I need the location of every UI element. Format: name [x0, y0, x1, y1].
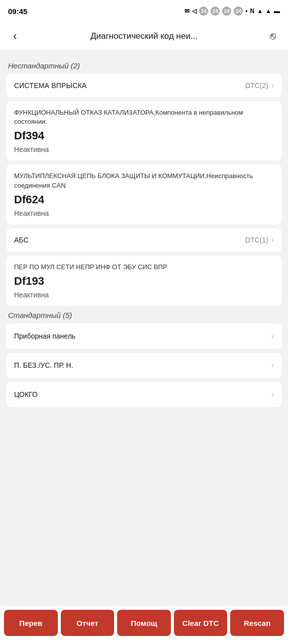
btn-clear-dtc[interactable]: Clear DTC [174, 610, 228, 636]
list-item-pribornaya-chevron: › [271, 332, 274, 341]
wifi-icon: ▲ [265, 8, 271, 15]
list-item-pribornaya[interactable]: Приборная панель › [6, 324, 282, 349]
dtc-df394-code: Df394 [14, 129, 274, 142]
back-arrow-icon: ‹ [13, 30, 17, 43]
circle-icon-2: 24 [211, 7, 220, 16]
dtc-df394-status: Неактивна [14, 145, 274, 153]
main-content: Нестандартный (2) СИСТЕМА ВПРЫСКА DTC(2)… [0, 50, 288, 456]
list-item-cokgo[interactable]: ЦОКГО › [6, 382, 282, 407]
sistema-vpryska-dtc: DTC(2) [245, 82, 268, 90]
abs-chevron-icon: › [271, 235, 274, 245]
abs-right: DTC(1) › [245, 235, 274, 245]
status-bar: 09:45 ✉ ◁ 24 24 24 24 • N ▲ ▲ ▬ [0, 0, 288, 22]
top-nav: ‹ Диагностический код неи... ⎋ [0, 22, 288, 50]
list-item-pbez-title: П. БЕЗ./УС. ПР. Н. [14, 361, 73, 369]
dtc-df394-card: ФУНКЦИОНАЛЬНЫЙ ОТКАЗ КАТАЛИЗАТОРА,Компон… [6, 101, 282, 160]
export-button[interactable]: ⎋ [266, 29, 280, 43]
circle-icon-3: 24 [222, 7, 231, 16]
sistema-vpryska-title: СИСТЕМА ВПРЫСКА [14, 82, 86, 90]
dtc-df193-card: ПЕР ПО МУЛ СЕТИ НЕПР ИНФ ОТ ЭБУ СИС ВПР … [6, 256, 282, 306]
dtc-df394-description: ФУНКЦИОНАЛЬНЫЙ ОТКАЗ КАТАЛИЗАТОРА,Компон… [14, 108, 274, 126]
abs-row[interactable]: АБС DTC(1) › [6, 228, 282, 252]
list-item-pbez-chevron: › [271, 361, 274, 370]
dtc-df624-code: Df624 [14, 193, 274, 206]
status-icons: ✉ ◁ 24 24 24 24 • N ▲ ▲ ▬ [184, 7, 280, 16]
message-icon: ✉ [184, 8, 189, 15]
list-item-pbez[interactable]: П. БЕЗ./УС. ПР. Н. › [6, 353, 282, 378]
status-time: 09:45 [8, 7, 27, 16]
chevron-icon: › [271, 81, 274, 90]
back-button[interactable]: ‹ [8, 29, 22, 43]
btn-rescan[interactable]: Rescan [230, 610, 284, 636]
sistema-vpryska-right: DTC(2) › [245, 81, 274, 90]
circle-icon-1: 24 [199, 7, 208, 16]
dot-icon: • [245, 8, 247, 15]
section-nonstandard-label: Нестандартный (2) [8, 61, 280, 70]
send-icon: ◁ [192, 8, 197, 15]
list-item-cokgo-chevron: › [271, 390, 274, 399]
dtc-df193-code: Df193 [14, 275, 274, 288]
export-icon: ⎋ [270, 30, 276, 42]
dtc-df193-description: ПЕР ПО МУЛ СЕТИ НЕПР ИНФ ОТ ЭБУ СИС ВПР [14, 263, 274, 272]
abs-dtc: DTC(1) [245, 236, 268, 244]
sistema-vpryska-card[interactable]: СИСТЕМА ВПРЫСКА DTC(2) › [6, 74, 282, 97]
abs-card[interactable]: АБС DTC(1) › [6, 228, 282, 252]
circle-icon-4: 24 [234, 7, 243, 16]
btn-help[interactable]: Помощ [117, 610, 171, 636]
sistema-vpryska-row[interactable]: СИСТЕМА ВПРЫСКА DTC(2) › [6, 74, 282, 97]
btn-report[interactable]: Отчет [61, 610, 115, 636]
abs-title: АБС [14, 236, 29, 244]
nfc-icon: N [250, 8, 255, 15]
list-item-cokgo-title: ЦОКГО [14, 390, 38, 398]
signal-icon: ▲ [257, 8, 263, 15]
bottom-toolbar: Перев Отчет Помощ Clear DTC Rescan [0, 605, 288, 644]
page-title: Диагностический код неи... [22, 31, 266, 41]
section-standard-label: Стандартный (5) [8, 311, 280, 319]
dtc-df624-status: Неактивна [14, 209, 274, 217]
dtc-df624-card: МУЛЬТИПЛЕКСНАЯ ЦЕПЬ БЛОКА ЗАЩИТЫ И КОММУ… [6, 165, 282, 224]
dtc-df624-description: МУЛЬТИПЛЕКСНАЯ ЦЕПЬ БЛОКА ЗАЩИТЫ И КОММУ… [14, 172, 274, 190]
btn-translate[interactable]: Перев [4, 610, 58, 636]
dtc-df193-status: Неактивна [14, 291, 274, 299]
battery-icon: ▬ [274, 8, 280, 15]
list-item-pribornaya-title: Приборная панель [14, 332, 75, 340]
